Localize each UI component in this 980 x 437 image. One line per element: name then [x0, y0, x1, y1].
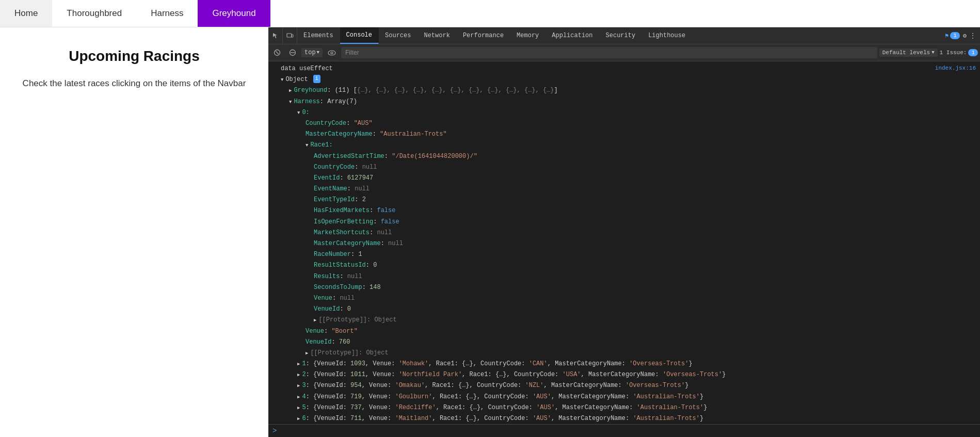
console-line: CountryCode : null: [268, 162, 980, 173]
tab-elements[interactable]: Elements: [297, 27, 340, 44]
svg-rect-0: [287, 34, 292, 37]
filter-input[interactable]: [341, 47, 877, 58]
console-line: VenueId : 0: [268, 304, 980, 315]
file-reference[interactable]: index.jsx:16: [935, 64, 976, 73]
expand-arrow[interactable]: [297, 370, 300, 380]
devtools-panel: Elements Console Sources Network Perform…: [268, 27, 980, 437]
expand-arrow[interactable]: [306, 140, 308, 150]
console-input-area: >: [268, 424, 980, 437]
context-selector[interactable]: top ▼: [301, 48, 323, 57]
console-line: VenueId : 760: [268, 337, 980, 348]
expand-arrow[interactable]: [289, 97, 292, 107]
expand-arrow[interactable]: [297, 359, 300, 369]
console-line: Harness : Array(7): [268, 96, 980, 107]
devtools-cursor-icon[interactable]: [268, 27, 283, 44]
expand-arrow[interactable]: [314, 315, 316, 325]
console-line: 2 : {VenueId: 1011 , Venue: 'Northfield …: [268, 369, 980, 380]
page-subtitle: Check the latest races clicking on the i…: [23, 77, 246, 90]
console-line: Results : null: [268, 271, 980, 282]
tab-memory[interactable]: Memory: [510, 27, 545, 44]
console-line: MasterCategoryName : "Australian-Trots": [268, 129, 980, 140]
console-line: EventName : null: [268, 184, 980, 195]
console-line: 1 : {VenueId: 1093 , Venue: 'Mohawk' , R…: [268, 359, 980, 369]
tab-application[interactable]: Application: [545, 27, 599, 44]
navbar: Home Thoroughbred Harness Greyhound: [0, 0, 980, 27]
devtools-tabs-bar: Elements Console Sources Network Perform…: [268, 27, 980, 44]
expand-arrow[interactable]: [281, 75, 283, 85]
nav-item-home[interactable]: Home: [0, 0, 52, 27]
expand-arrow[interactable]: [297, 392, 300, 402]
console-prompt: >: [272, 427, 277, 435]
nav-item-harness[interactable]: Harness: [136, 0, 198, 27]
eye-icon[interactable]: [325, 49, 339, 57]
console-line: Object i: [268, 74, 980, 85]
tab-lighthouse[interactable]: Lighthouse: [642, 27, 692, 44]
console-line: EventId : 6127947: [268, 173, 980, 184]
expand-arrow[interactable]: [289, 86, 292, 95]
console-line: 4 : {VenueId: 719 , Venue: 'Goulburn' , …: [268, 392, 980, 402]
expand-arrow[interactable]: [297, 403, 300, 413]
chevron-down-icon: ▼: [317, 50, 319, 55]
console-line: IsOpenForBetting : false: [268, 217, 980, 228]
devtools-right-actions: ⚑ 1 ⚙ ⋮: [945, 32, 980, 40]
console-line: MasterCategoryName : null: [268, 238, 980, 249]
console-line: Venue : null: [268, 293, 980, 304]
console-line: RaceNumber : 1: [268, 249, 980, 260]
console-line: 0:: [268, 107, 980, 118]
chevron-down-icon: ▼: [931, 50, 934, 55]
console-line: HasFixedMarkets : false: [268, 205, 980, 216]
devtools-badge: ⚑ 1: [945, 32, 960, 40]
page-title: Upcoming Racings: [69, 48, 200, 64]
nav-item-greyhound[interactable]: Greyhound: [198, 0, 270, 27]
tab-sources[interactable]: Sources: [379, 27, 417, 44]
clear-console-btn[interactable]: [270, 48, 284, 57]
console-content[interactable]: data useEffect index.jsx:16 Object i Gre…: [268, 61, 980, 424]
console-line: [[Prototype]]: Object: [268, 315, 980, 326]
ban-icon[interactable]: [286, 48, 299, 57]
expand-arrow[interactable]: [297, 381, 300, 391]
console-input[interactable]: [279, 427, 976, 434]
main-layout: Upcoming Racings Check the latest races …: [0, 27, 980, 437]
devtools-responsive-icon[interactable]: [283, 27, 297, 44]
log-levels-dropdown[interactable]: Default levels ▼: [879, 48, 938, 57]
console-line: Greyhound : (11) [ {…}, {…}, {…}, {…}, {…: [268, 85, 980, 96]
devtools-toolbar: top ▼ Default levels ▼ 1 Issue: 1: [268, 44, 980, 61]
console-line: 5 : {VenueId: 737 , Venue: 'Redcliffe' ,…: [268, 402, 980, 413]
console-line: ResultStatusId : 0: [268, 260, 980, 271]
console-line: 3 : {VenueId: 954 , Venue: 'Omakau' , Ra…: [268, 380, 980, 391]
svg-line-3: [276, 51, 279, 54]
svg-rect-1: [292, 35, 293, 37]
console-line: SecondsToJump : 148: [268, 282, 980, 293]
console-line: 6 : {VenueId: 711 , Venue: 'Maitland' , …: [268, 413, 980, 424]
issues-badge: 1 Issue: 1: [940, 49, 978, 56]
console-line: data useEffect index.jsx:16: [268, 63, 980, 74]
expand-arrow[interactable]: [297, 414, 300, 424]
console-line: MarketShortcuts : null: [268, 228, 980, 238]
tab-console[interactable]: Console: [340, 27, 379, 44]
console-line: [[Prototype]]: Object: [268, 348, 980, 359]
nav-items: Home Thoroughbred Harness Greyhound: [0, 0, 270, 27]
expand-arrow[interactable]: [297, 108, 300, 118]
nav-item-thoroughbred[interactable]: Thoroughbred: [52, 0, 136, 27]
console-line: Venue : "Boort": [268, 326, 980, 337]
console-line: CountryCode : "AUS": [268, 118, 980, 129]
svg-point-7: [331, 52, 333, 54]
devtools-more-icon[interactable]: ⋮: [970, 32, 976, 40]
svg-point-6: [328, 51, 335, 55]
left-panel: Upcoming Racings Check the latest races …: [0, 27, 268, 437]
tab-network[interactable]: Network: [417, 27, 456, 44]
expand-arrow[interactable]: [306, 348, 308, 358]
tab-security[interactable]: Security: [600, 27, 642, 44]
tab-performance[interactable]: Performance: [457, 27, 510, 44]
console-line: EventTypeId : 2: [268, 195, 980, 205]
console-line: AdvertisedStartTime : "/Date(16410448200…: [268, 151, 980, 162]
devtools-settings-icon[interactable]: ⚙: [963, 32, 967, 40]
console-line: Race1:: [268, 140, 980, 151]
